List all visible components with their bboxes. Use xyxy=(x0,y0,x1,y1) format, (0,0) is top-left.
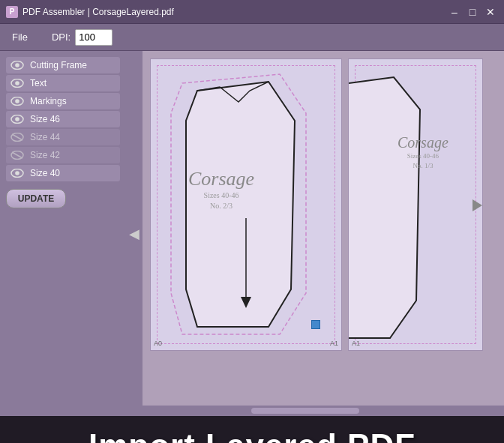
layer-label-text: Text xyxy=(30,78,46,88)
page-label-a0: A0 xyxy=(154,340,162,347)
h-scrollbar-thumb[interactable] xyxy=(251,408,360,414)
update-button[interactable]: UPDATE xyxy=(6,189,66,208)
svg-point-3 xyxy=(15,81,20,85)
layer-item-size-40[interactable]: Size 40 xyxy=(6,165,120,181)
page-label-a1-1: A1 xyxy=(330,340,338,347)
layer-label-cutting-frame: Cutting Frame xyxy=(30,60,87,70)
corsage-text-1: Corsage Sizes 40-46No. 2/3 xyxy=(188,168,254,211)
title-bar-left: P PDF Assembler | CorsageLayered.pdf xyxy=(6,6,174,18)
close-button[interactable]: ✕ xyxy=(483,4,498,19)
canvas-area: ◀ xyxy=(126,51,504,416)
svg-point-5 xyxy=(15,99,20,103)
eye-icon-markings xyxy=(9,95,26,107)
pdf-canvas: Corsage Sizes 40-46No. 2/3 A0 A1 xyxy=(142,51,504,416)
app-icon: P xyxy=(6,6,18,18)
svg-point-1 xyxy=(15,63,20,67)
layer-label-size-40: Size 40 xyxy=(30,168,60,178)
corsage-subtitle-2: Sizes 40-46No. 1/3 xyxy=(398,151,448,170)
blue-handle[interactable] xyxy=(311,320,320,329)
page-1: Corsage Sizes 40-46No. 2/3 A0 A1 xyxy=(150,58,342,351)
layer-label-size-46: Size 46 xyxy=(30,114,60,124)
left-arrow-icon[interactable]: ◀ xyxy=(129,226,140,242)
window-title: PDF Assembler | CorsageLayered.pdf xyxy=(22,7,174,17)
layer-item-size-42[interactable]: Size 42 xyxy=(6,147,120,163)
dpi-container: DPI: xyxy=(52,29,112,46)
eye-icon-size-44 xyxy=(9,131,26,143)
layer-label-size-42: Size 42 xyxy=(30,150,60,160)
page-2: Corsage Sizes 40-46No. 1/3 A1 xyxy=(348,58,483,351)
page-container: Corsage Sizes 40-46No. 2/3 A0 A1 xyxy=(150,58,483,351)
layer-label-markings: Markings xyxy=(30,96,67,106)
corsage-title-2: Corsage xyxy=(398,134,448,151)
main-layout: Cutting Frame Text Markings xyxy=(0,51,504,416)
svg-point-7 xyxy=(15,117,20,121)
h-scrollbar[interactable] xyxy=(142,406,504,416)
eye-icon-size-40 xyxy=(9,167,26,179)
dpi-label: DPI: xyxy=(52,31,70,43)
eye-icon-size-46 xyxy=(9,113,26,125)
page-label-a1-2: A1 xyxy=(352,340,360,347)
svg-point-13 xyxy=(15,171,20,175)
left-panel: Cutting Frame Text Markings xyxy=(0,51,126,416)
layer-item-markings[interactable]: Markings xyxy=(6,93,120,109)
layer-item-cutting-frame[interactable]: Cutting Frame xyxy=(6,57,120,73)
pattern-svg-2 xyxy=(349,68,483,344)
corsage-title-1: Corsage xyxy=(188,168,254,190)
menu-bar: File DPI: xyxy=(0,24,504,51)
corsage-text-2: Corsage Sizes 40-46No. 1/3 xyxy=(398,134,448,170)
eye-icon-text xyxy=(9,77,26,89)
file-menu[interactable]: File xyxy=(6,28,34,46)
canvas-left-nav[interactable]: ◀ xyxy=(126,51,142,416)
minimize-button[interactable]: – xyxy=(447,4,462,19)
maximize-button[interactable]: □ xyxy=(465,4,480,19)
layer-item-text[interactable]: Text xyxy=(6,75,120,91)
layer-item-size-44[interactable]: Size 44 xyxy=(6,129,120,145)
svg-marker-18 xyxy=(472,199,482,211)
svg-line-11 xyxy=(12,152,22,158)
dpi-input[interactable] xyxy=(75,29,112,46)
watermark-overlay: Import Layered PDF xyxy=(0,416,504,443)
watermark-text: Import Layered PDF xyxy=(88,427,416,443)
window-controls: – □ ✕ xyxy=(447,4,498,19)
layer-item-size-46[interactable]: Size 46 xyxy=(6,111,120,127)
svg-line-9 xyxy=(12,134,22,140)
corsage-subtitle-1: Sizes 40-46No. 2/3 xyxy=(188,190,254,211)
eye-icon-cutting-frame xyxy=(9,59,26,71)
title-bar: P PDF Assembler | CorsageLayered.pdf – □… xyxy=(0,0,504,24)
layer-label-size-44: Size 44 xyxy=(30,132,60,142)
eye-icon-size-42 xyxy=(9,149,26,161)
